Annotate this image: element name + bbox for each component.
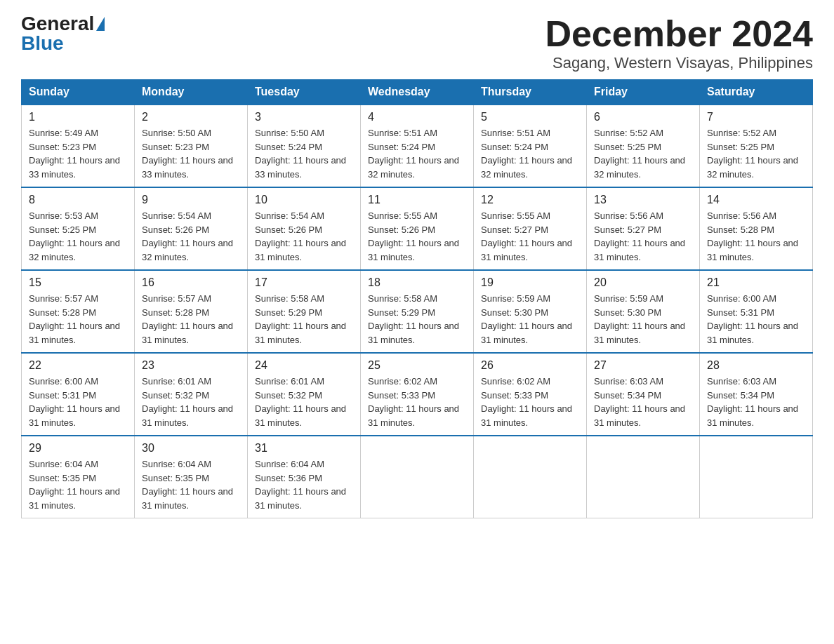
day-info: Sunrise: 5:57 AMSunset: 5:28 PMDaylight:… — [142, 292, 240, 347]
calendar-day-cell: 22Sunrise: 6:00 AMSunset: 5:31 PMDayligh… — [22, 353, 135, 436]
calendar-empty-cell — [474, 436, 587, 518]
day-info: Sunrise: 5:49 AMSunset: 5:23 PMDaylight:… — [29, 126, 127, 181]
day-info: Sunrise: 6:01 AMSunset: 5:32 PMDaylight:… — [255, 375, 353, 429]
day-number: 29 — [29, 442, 127, 455]
calendar-day-cell: 30Sunrise: 6:04 AMSunset: 5:35 PMDayligh… — [135, 436, 248, 518]
calendar-week-row: 1Sunrise: 5:49 AMSunset: 5:23 PMDaylight… — [22, 105, 813, 187]
calendar-day-cell: 29Sunrise: 6:04 AMSunset: 5:35 PMDayligh… — [22, 436, 135, 518]
day-info: Sunrise: 5:51 AMSunset: 5:24 PMDaylight:… — [481, 126, 579, 181]
weekday-header-monday: Monday — [135, 80, 248, 105]
calendar-empty-cell — [587, 436, 700, 518]
day-number: 16 — [142, 276, 240, 289]
day-number: 7 — [707, 111, 805, 123]
day-info: Sunrise: 5:51 AMSunset: 5:24 PMDaylight:… — [368, 126, 466, 181]
day-number: 24 — [255, 359, 353, 372]
day-number: 2 — [142, 111, 240, 123]
calendar-day-cell: 21Sunrise: 6:00 AMSunset: 5:31 PMDayligh… — [700, 270, 813, 353]
day-info: Sunrise: 6:02 AMSunset: 5:33 PMDaylight:… — [368, 375, 466, 429]
day-number: 12 — [481, 194, 579, 206]
day-number: 1 — [29, 111, 127, 123]
day-number: 28 — [707, 359, 805, 372]
calendar-day-cell: 1Sunrise: 5:49 AMSunset: 5:23 PMDaylight… — [22, 105, 135, 187]
calendar-week-row: 29Sunrise: 6:04 AMSunset: 5:35 PMDayligh… — [22, 436, 813, 518]
calendar-day-cell: 9Sunrise: 5:54 AMSunset: 5:26 PMDaylight… — [135, 187, 248, 270]
weekday-header-row: SundayMondayTuesdayWednesdayThursdayFrid… — [22, 80, 813, 105]
day-info: Sunrise: 5:50 AMSunset: 5:23 PMDaylight:… — [142, 126, 240, 181]
calendar-day-cell: 11Sunrise: 5:55 AMSunset: 5:26 PMDayligh… — [361, 187, 474, 270]
calendar-day-cell: 16Sunrise: 5:57 AMSunset: 5:28 PMDayligh… — [135, 270, 248, 353]
day-info: Sunrise: 5:58 AMSunset: 5:29 PMDaylight:… — [255, 292, 353, 347]
day-info: Sunrise: 5:52 AMSunset: 5:25 PMDaylight:… — [594, 126, 692, 181]
day-number: 5 — [481, 111, 579, 123]
day-info: Sunrise: 6:04 AMSunset: 5:35 PMDaylight:… — [29, 457, 127, 512]
day-number: 6 — [594, 111, 692, 123]
day-number: 11 — [368, 194, 466, 206]
weekday-header-sunday: Sunday — [22, 80, 135, 105]
day-number: 17 — [255, 276, 353, 289]
day-number: 8 — [29, 194, 127, 206]
day-number: 13 — [594, 194, 692, 206]
calendar-table: SundayMondayTuesdayWednesdayThursdayFrid… — [21, 79, 813, 518]
day-number: 27 — [594, 359, 692, 372]
weekday-header-saturday: Saturday — [700, 80, 813, 105]
day-number: 25 — [368, 359, 466, 372]
calendar-week-row: 22Sunrise: 6:00 AMSunset: 5:31 PMDayligh… — [22, 353, 813, 436]
day-number: 18 — [368, 276, 466, 289]
day-number: 3 — [255, 111, 353, 123]
page-header: General Blue December 2024 Sagang, Weste… — [21, 14, 813, 72]
day-info: Sunrise: 5:50 AMSunset: 5:24 PMDaylight:… — [255, 126, 353, 181]
calendar-day-cell: 8Sunrise: 5:53 AMSunset: 5:25 PMDaylight… — [22, 187, 135, 270]
calendar-day-cell: 12Sunrise: 5:55 AMSunset: 5:27 PMDayligh… — [474, 187, 587, 270]
calendar-day-cell: 26Sunrise: 6:02 AMSunset: 5:33 PMDayligh… — [474, 353, 587, 436]
day-info: Sunrise: 6:00 AMSunset: 5:31 PMDaylight:… — [29, 375, 127, 429]
weekday-header-tuesday: Tuesday — [248, 80, 361, 105]
calendar-week-row: 15Sunrise: 5:57 AMSunset: 5:28 PMDayligh… — [22, 270, 813, 353]
day-info: Sunrise: 5:59 AMSunset: 5:30 PMDaylight:… — [594, 292, 692, 347]
logo-blue-text: Blue — [21, 34, 64, 53]
day-number: 31 — [255, 442, 353, 455]
calendar-header: SundayMondayTuesdayWednesdayThursdayFrid… — [22, 80, 813, 105]
day-info: Sunrise: 5:54 AMSunset: 5:26 PMDaylight:… — [255, 209, 353, 264]
day-info: Sunrise: 6:04 AMSunset: 5:35 PMDaylight:… — [142, 457, 240, 512]
calendar-day-cell: 10Sunrise: 5:54 AMSunset: 5:26 PMDayligh… — [248, 187, 361, 270]
day-info: Sunrise: 6:04 AMSunset: 5:36 PMDaylight:… — [255, 457, 353, 512]
calendar-day-cell: 19Sunrise: 5:59 AMSunset: 5:30 PMDayligh… — [474, 270, 587, 353]
day-number: 26 — [481, 359, 579, 372]
calendar-day-cell: 27Sunrise: 6:03 AMSunset: 5:34 PMDayligh… — [587, 353, 700, 436]
day-info: Sunrise: 6:02 AMSunset: 5:33 PMDaylight:… — [481, 375, 579, 429]
calendar-day-cell: 4Sunrise: 5:51 AMSunset: 5:24 PMDaylight… — [361, 105, 474, 187]
calendar-day-cell: 3Sunrise: 5:50 AMSunset: 5:24 PMDaylight… — [248, 105, 361, 187]
calendar-day-cell: 7Sunrise: 5:52 AMSunset: 5:25 PMDaylight… — [700, 105, 813, 187]
calendar-day-cell: 31Sunrise: 6:04 AMSunset: 5:36 PMDayligh… — [248, 436, 361, 518]
day-number: 9 — [142, 194, 240, 206]
calendar-day-cell: 14Sunrise: 5:56 AMSunset: 5:28 PMDayligh… — [700, 187, 813, 270]
calendar-day-cell: 2Sunrise: 5:50 AMSunset: 5:23 PMDaylight… — [135, 105, 248, 187]
day-number: 10 — [255, 194, 353, 206]
day-info: Sunrise: 5:56 AMSunset: 5:28 PMDaylight:… — [707, 209, 805, 264]
calendar-day-cell: 28Sunrise: 6:03 AMSunset: 5:34 PMDayligh… — [700, 353, 813, 436]
calendar-empty-cell — [361, 436, 474, 518]
day-info: Sunrise: 5:58 AMSunset: 5:29 PMDaylight:… — [368, 292, 466, 347]
calendar-day-cell: 23Sunrise: 6:01 AMSunset: 5:32 PMDayligh… — [135, 353, 248, 436]
calendar-day-cell: 17Sunrise: 5:58 AMSunset: 5:29 PMDayligh… — [248, 270, 361, 353]
day-number: 22 — [29, 359, 127, 372]
day-info: Sunrise: 5:52 AMSunset: 5:25 PMDaylight:… — [707, 126, 805, 181]
calendar-week-row: 8Sunrise: 5:53 AMSunset: 5:25 PMDaylight… — [22, 187, 813, 270]
weekday-header-friday: Friday — [587, 80, 700, 105]
day-number: 30 — [142, 442, 240, 455]
day-number: 23 — [142, 359, 240, 372]
weekday-header-wednesday: Wednesday — [361, 80, 474, 105]
day-number: 14 — [707, 194, 805, 206]
logo: General Blue — [21, 14, 105, 53]
calendar-title: December 2024 — [545, 14, 813, 54]
day-number: 21 — [707, 276, 805, 289]
calendar-day-cell: 20Sunrise: 5:59 AMSunset: 5:30 PMDayligh… — [587, 270, 700, 353]
day-number: 15 — [29, 276, 127, 289]
day-info: Sunrise: 6:01 AMSunset: 5:32 PMDaylight:… — [142, 375, 240, 429]
day-info: Sunrise: 5:53 AMSunset: 5:25 PMDaylight:… — [29, 209, 127, 264]
day-info: Sunrise: 6:03 AMSunset: 5:34 PMDaylight:… — [594, 375, 692, 429]
calendar-body: 1Sunrise: 5:49 AMSunset: 5:23 PMDaylight… — [22, 105, 813, 518]
day-info: Sunrise: 5:55 AMSunset: 5:26 PMDaylight:… — [368, 209, 466, 264]
calendar-day-cell: 25Sunrise: 6:02 AMSunset: 5:33 PMDayligh… — [361, 353, 474, 436]
day-number: 20 — [594, 276, 692, 289]
